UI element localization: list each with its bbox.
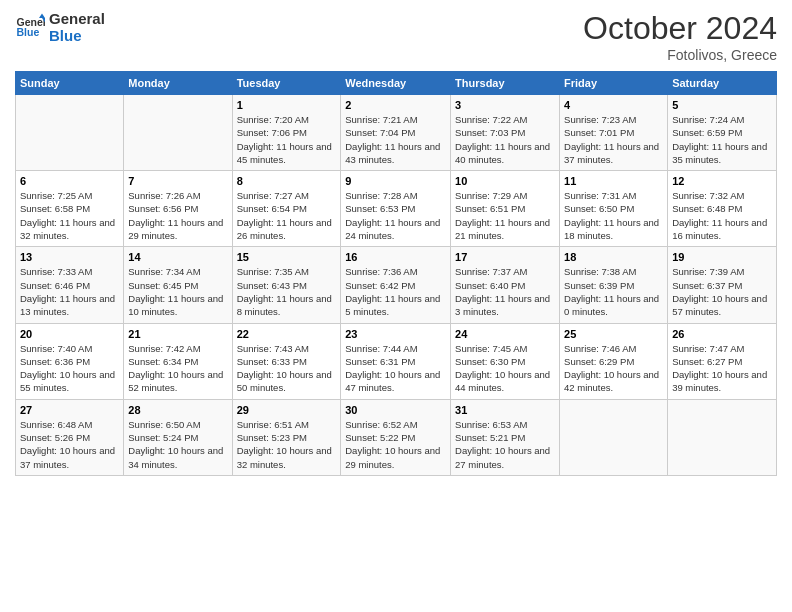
day-info: Sunrise: 6:51 AMSunset: 5:23 PMDaylight:…	[237, 418, 337, 471]
day-number: 16	[345, 251, 446, 263]
day-info: Sunrise: 7:22 AMSunset: 7:03 PMDaylight:…	[455, 113, 555, 166]
day-number: 20	[20, 328, 119, 340]
day-cell: 14Sunrise: 7:34 AMSunset: 6:45 PMDayligh…	[124, 247, 232, 323]
day-info: Sunrise: 7:24 AMSunset: 6:59 PMDaylight:…	[672, 113, 772, 166]
day-number: 9	[345, 175, 446, 187]
col-header-thursday: Thursday	[451, 72, 560, 95]
svg-text:Blue: Blue	[17, 26, 40, 38]
day-info: Sunrise: 7:25 AMSunset: 6:58 PMDaylight:…	[20, 189, 119, 242]
day-info: Sunrise: 7:38 AMSunset: 6:39 PMDaylight:…	[564, 265, 663, 318]
col-header-tuesday: Tuesday	[232, 72, 341, 95]
day-cell	[560, 399, 668, 475]
day-info: Sunrise: 7:29 AMSunset: 6:51 PMDaylight:…	[455, 189, 555, 242]
day-info: Sunrise: 7:26 AMSunset: 6:56 PMDaylight:…	[128, 189, 227, 242]
day-cell: 31Sunrise: 6:53 AMSunset: 5:21 PMDayligh…	[451, 399, 560, 475]
logo-icon: General Blue	[15, 12, 45, 42]
day-cell: 6Sunrise: 7:25 AMSunset: 6:58 PMDaylight…	[16, 171, 124, 247]
day-cell: 19Sunrise: 7:39 AMSunset: 6:37 PMDayligh…	[668, 247, 777, 323]
day-cell: 2Sunrise: 7:21 AMSunset: 7:04 PMDaylight…	[341, 95, 451, 171]
day-info: Sunrise: 6:50 AMSunset: 5:24 PMDaylight:…	[128, 418, 227, 471]
day-info: Sunrise: 7:35 AMSunset: 6:43 PMDaylight:…	[237, 265, 337, 318]
day-cell: 22Sunrise: 7:43 AMSunset: 6:33 PMDayligh…	[232, 323, 341, 399]
day-cell: 9Sunrise: 7:28 AMSunset: 6:53 PMDaylight…	[341, 171, 451, 247]
day-number: 11	[564, 175, 663, 187]
logo-blue: Blue	[49, 27, 105, 44]
day-info: Sunrise: 7:42 AMSunset: 6:34 PMDaylight:…	[128, 342, 227, 395]
day-info: Sunrise: 7:43 AMSunset: 6:33 PMDaylight:…	[237, 342, 337, 395]
day-info: Sunrise: 7:36 AMSunset: 6:42 PMDaylight:…	[345, 265, 446, 318]
day-number: 29	[237, 404, 337, 416]
day-number: 13	[20, 251, 119, 263]
column-headers: SundayMondayTuesdayWednesdayThursdayFrid…	[16, 72, 777, 95]
day-info: Sunrise: 7:46 AMSunset: 6:29 PMDaylight:…	[564, 342, 663, 395]
day-info: Sunrise: 7:21 AMSunset: 7:04 PMDaylight:…	[345, 113, 446, 166]
day-info: Sunrise: 6:53 AMSunset: 5:21 PMDaylight:…	[455, 418, 555, 471]
day-cell: 10Sunrise: 7:29 AMSunset: 6:51 PMDayligh…	[451, 171, 560, 247]
day-cell: 16Sunrise: 7:36 AMSunset: 6:42 PMDayligh…	[341, 247, 451, 323]
calendar-table: SundayMondayTuesdayWednesdayThursdayFrid…	[15, 71, 777, 476]
week-row-5: 27Sunrise: 6:48 AMSunset: 5:26 PMDayligh…	[16, 399, 777, 475]
day-cell: 24Sunrise: 7:45 AMSunset: 6:30 PMDayligh…	[451, 323, 560, 399]
day-number: 19	[672, 251, 772, 263]
day-number: 12	[672, 175, 772, 187]
day-cell	[16, 95, 124, 171]
day-cell: 30Sunrise: 6:52 AMSunset: 5:22 PMDayligh…	[341, 399, 451, 475]
day-cell: 7Sunrise: 7:26 AMSunset: 6:56 PMDaylight…	[124, 171, 232, 247]
day-cell: 3Sunrise: 7:22 AMSunset: 7:03 PMDaylight…	[451, 95, 560, 171]
day-number: 15	[237, 251, 337, 263]
day-info: Sunrise: 7:47 AMSunset: 6:27 PMDaylight:…	[672, 342, 772, 395]
day-cell: 15Sunrise: 7:35 AMSunset: 6:43 PMDayligh…	[232, 247, 341, 323]
day-info: Sunrise: 7:39 AMSunset: 6:37 PMDaylight:…	[672, 265, 772, 318]
day-info: Sunrise: 7:40 AMSunset: 6:36 PMDaylight:…	[20, 342, 119, 395]
day-number: 22	[237, 328, 337, 340]
day-info: Sunrise: 7:31 AMSunset: 6:50 PMDaylight:…	[564, 189, 663, 242]
day-number: 28	[128, 404, 227, 416]
week-row-1: 1Sunrise: 7:20 AMSunset: 7:06 PMDaylight…	[16, 95, 777, 171]
day-info: Sunrise: 7:20 AMSunset: 7:06 PMDaylight:…	[237, 113, 337, 166]
day-number: 26	[672, 328, 772, 340]
location-title: Fotolivos, Greece	[583, 47, 777, 63]
col-header-wednesday: Wednesday	[341, 72, 451, 95]
col-header-saturday: Saturday	[668, 72, 777, 95]
day-info: Sunrise: 7:27 AMSunset: 6:54 PMDaylight:…	[237, 189, 337, 242]
day-cell	[124, 95, 232, 171]
day-number: 18	[564, 251, 663, 263]
month-title: October 2024	[583, 10, 777, 47]
logo-general: General	[49, 10, 105, 27]
day-cell: 23Sunrise: 7:44 AMSunset: 6:31 PMDayligh…	[341, 323, 451, 399]
day-cell: 4Sunrise: 7:23 AMSunset: 7:01 PMDaylight…	[560, 95, 668, 171]
day-number: 30	[345, 404, 446, 416]
day-info: Sunrise: 6:48 AMSunset: 5:26 PMDaylight:…	[20, 418, 119, 471]
col-header-friday: Friday	[560, 72, 668, 95]
day-number: 27	[20, 404, 119, 416]
day-cell: 18Sunrise: 7:38 AMSunset: 6:39 PMDayligh…	[560, 247, 668, 323]
day-number: 14	[128, 251, 227, 263]
day-cell: 1Sunrise: 7:20 AMSunset: 7:06 PMDaylight…	[232, 95, 341, 171]
day-cell: 26Sunrise: 7:47 AMSunset: 6:27 PMDayligh…	[668, 323, 777, 399]
day-number: 6	[20, 175, 119, 187]
day-info: Sunrise: 7:37 AMSunset: 6:40 PMDaylight:…	[455, 265, 555, 318]
title-area: October 2024 Fotolivos, Greece	[583, 10, 777, 63]
day-number: 24	[455, 328, 555, 340]
day-number: 21	[128, 328, 227, 340]
day-cell: 29Sunrise: 6:51 AMSunset: 5:23 PMDayligh…	[232, 399, 341, 475]
day-cell: 8Sunrise: 7:27 AMSunset: 6:54 PMDaylight…	[232, 171, 341, 247]
day-info: Sunrise: 7:44 AMSunset: 6:31 PMDaylight:…	[345, 342, 446, 395]
logo: General Blue General Blue	[15, 10, 105, 44]
day-cell: 20Sunrise: 7:40 AMSunset: 6:36 PMDayligh…	[16, 323, 124, 399]
week-row-3: 13Sunrise: 7:33 AMSunset: 6:46 PMDayligh…	[16, 247, 777, 323]
day-number: 1	[237, 99, 337, 111]
day-number: 2	[345, 99, 446, 111]
col-header-sunday: Sunday	[16, 72, 124, 95]
day-number: 7	[128, 175, 227, 187]
col-header-monday: Monday	[124, 72, 232, 95]
day-info: Sunrise: 7:23 AMSunset: 7:01 PMDaylight:…	[564, 113, 663, 166]
day-cell: 25Sunrise: 7:46 AMSunset: 6:29 PMDayligh…	[560, 323, 668, 399]
header: General Blue General Blue October 2024 F…	[15, 10, 777, 63]
day-cell: 28Sunrise: 6:50 AMSunset: 5:24 PMDayligh…	[124, 399, 232, 475]
day-number: 23	[345, 328, 446, 340]
day-info: Sunrise: 7:28 AMSunset: 6:53 PMDaylight:…	[345, 189, 446, 242]
day-cell: 17Sunrise: 7:37 AMSunset: 6:40 PMDayligh…	[451, 247, 560, 323]
day-number: 5	[672, 99, 772, 111]
day-info: Sunrise: 6:52 AMSunset: 5:22 PMDaylight:…	[345, 418, 446, 471]
